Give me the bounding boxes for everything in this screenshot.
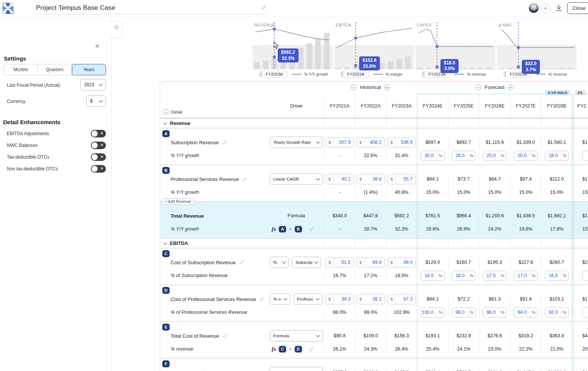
project-title-field[interactable]: Project Tempus Base Case bbox=[36, 2, 266, 14]
cell-input-percent[interactable]: 25.0% bbox=[483, 151, 507, 161]
edit-title-pencil-icon[interactable] bbox=[261, 5, 267, 10]
fx-icon: fx bbox=[272, 346, 276, 352]
driver-select[interactable]: Yearly Growth Rate bbox=[270, 137, 323, 148]
formula-ref-chip-c[interactable]: C bbox=[279, 346, 286, 352]
cell-value: $1,580.1 bbox=[548, 140, 566, 145]
detail-label: Detail bbox=[171, 110, 182, 114]
expand-historical-icon[interactable]: + bbox=[384, 84, 390, 90]
cell-input-percent[interactable]: 96.0% bbox=[483, 307, 507, 318]
driver-select[interactable]: % o bbox=[270, 293, 290, 305]
collapse-detail-icon[interactable]: − bbox=[163, 109, 169, 115]
cell-input-percent[interactable]: 16% bbox=[582, 271, 588, 281]
cell-input-dollar[interactable]: $39.6 bbox=[357, 174, 385, 184]
tab-quarters[interactable]: Quarters bbox=[38, 64, 72, 75]
cell-input-percent[interactable]: 18.0% bbox=[545, 151, 569, 161]
cell-input-dollar[interactable]: $39.2 bbox=[357, 294, 385, 304]
close-icon[interactable]: ✕ bbox=[95, 43, 100, 50]
cell-input-dollar[interactable]: $40.1 bbox=[326, 174, 354, 184]
cell-input-percent[interactable]: 90% bbox=[582, 307, 588, 318]
chevron-down-icon bbox=[316, 297, 320, 301]
cell-value: $761.5 bbox=[425, 213, 440, 218]
edit-row-pencil-icon[interactable] bbox=[222, 140, 227, 145]
cell-input-percent[interactable]: 92.0% bbox=[545, 307, 569, 318]
cell-input-dollar[interactable]: $55.7 bbox=[388, 174, 416, 184]
download-icon[interactable] bbox=[555, 4, 563, 12]
kpi-chart-capex[interactable]: CAPEX$18.03.0%FY2023A% revenue bbox=[415, 22, 495, 80]
formula-ref-chip-d[interactable]: D bbox=[295, 346, 302, 352]
cell-input-percent[interactable]: 20.0% bbox=[514, 151, 538, 161]
currency-select[interactable]: $ bbox=[86, 95, 106, 107]
header-label-cell: −Detail bbox=[160, 94, 269, 118]
tab-years[interactable]: Years bbox=[72, 64, 106, 75]
cell-input-dollar[interactable]: $99.0 bbox=[388, 257, 416, 268]
kpi-chart-nwc[interactable]: Δ NWC$22.03.7%FY2023A% revenue bbox=[497, 22, 577, 80]
percent-suffix: % bbox=[560, 308, 568, 317]
cell-input-dollar[interactable]: $51.5 bbox=[326, 257, 354, 268]
cell-input-percent[interactable]: 18.5% bbox=[421, 271, 445, 281]
driver-select[interactable]: Professi bbox=[294, 293, 322, 305]
collapse-historical-icon[interactable]: − bbox=[351, 84, 356, 90]
settings-gear-tab[interactable] bbox=[110, 21, 122, 38]
user-avatar[interactable] bbox=[529, 3, 539, 13]
fiscal-period-select[interactable]: 2023 bbox=[80, 79, 106, 90]
cell-input-percent[interactable]: 15% bbox=[582, 151, 588, 161]
expand-forecast-icon[interactable]: + bbox=[508, 84, 513, 90]
table-rows: RevenueASubscription Revenue% Y/Y growth… bbox=[160, 118, 588, 371]
close-button[interactable]: Close bbox=[567, 2, 588, 14]
cell-input-percent[interactable]: 98.0% bbox=[452, 307, 476, 318]
formula-ref-chip-a[interactable]: A bbox=[279, 226, 286, 232]
section-header[interactable]: Revenue bbox=[160, 118, 324, 128]
cell-input-dollar[interactable]: $39.3 bbox=[326, 294, 354, 304]
toggle-switch[interactable]: ✕ bbox=[91, 130, 106, 137]
row-badge-e: E bbox=[162, 324, 170, 330]
toggle-switch[interactable]: ✕ bbox=[91, 165, 106, 173]
kpi-chart-revenue[interactable]: REVENUE$592.232.3%FY2023A% Y/Y growth bbox=[253, 22, 333, 80]
value-cell: $103.192.0% bbox=[541, 293, 572, 318]
value-cell: $307.9- bbox=[324, 137, 355, 161]
cell-input-percent[interactable]: 16.5% bbox=[545, 271, 569, 281]
edit-formula-pencil-icon[interactable] bbox=[309, 346, 314, 352]
cell-input-percent[interactable]: 18.0% bbox=[452, 271, 476, 281]
driver-select[interactable]: Formula bbox=[270, 330, 323, 341]
edit-row-pencil-icon[interactable] bbox=[239, 260, 244, 265]
cell-input-dollar[interactable]: $57.3 bbox=[388, 294, 416, 304]
cell-input-percent[interactable]: 100.0% bbox=[421, 307, 445, 318]
enhancement-label: EBITDA Adjustments bbox=[7, 131, 49, 136]
add-revenue-button[interactable]: + Add Revenue bbox=[162, 198, 194, 205]
edit-formula-pencil-icon[interactable] bbox=[309, 226, 314, 232]
percent-suffix: % bbox=[529, 151, 537, 161]
edit-row-pencil-icon[interactable] bbox=[259, 296, 264, 302]
value-cell: $1,692.117.8% bbox=[541, 210, 572, 235]
collapse-forecast-icon[interactable]: − bbox=[476, 84, 481, 90]
cell-input-dollar[interactable]: $307.9 bbox=[326, 137, 354, 148]
driver-select[interactable]: Formula bbox=[270, 367, 323, 371]
value-cell: $435.8 bbox=[386, 367, 417, 371]
toggle-switch[interactable]: ✕ bbox=[91, 142, 106, 149]
edit-row-pencil-icon[interactable] bbox=[222, 333, 228, 338]
cell-input-percent[interactable]: 28.0% bbox=[452, 151, 476, 161]
cell-input-percent[interactable]: 17.0% bbox=[514, 271, 538, 281]
section-header[interactable]: EBITDA bbox=[160, 238, 324, 248]
driver-cell: Formula bbox=[269, 367, 324, 371]
tab-months[interactable]: Months bbox=[4, 64, 38, 75]
empty-cell bbox=[417, 118, 448, 128]
cell-input-dollar[interactable]: $536.5 bbox=[388, 137, 416, 148]
column-header-fy2022a: FY2022A bbox=[355, 94, 386, 118]
driver-select[interactable]: Subscrip bbox=[292, 257, 321, 268]
cell-input-dollar[interactable]: $408.2 bbox=[357, 137, 385, 148]
edit-row-pencil-icon[interactable] bbox=[243, 176, 248, 182]
cell-input-dollar[interactable]: $69.8 bbox=[357, 257, 385, 268]
empty-cell bbox=[479, 118, 510, 128]
invite-plus-button[interactable]: + bbox=[540, 3, 551, 13]
cell-input-percent[interactable]: 30.0% bbox=[421, 151, 445, 161]
formula-ref-chip-b[interactable]: B bbox=[295, 226, 302, 232]
driver-select[interactable]: Linear CAGR bbox=[270, 173, 323, 185]
input-value: 408.2 bbox=[365, 140, 384, 145]
cell-input-percent[interactable]: 17.5% bbox=[483, 271, 507, 281]
driver-select[interactable]: % bbox=[270, 257, 289, 268]
input-value: 15 bbox=[583, 153, 588, 158]
toggle-switch[interactable]: ✕ bbox=[91, 153, 106, 161]
cell-input-percent[interactable]: 94.0% bbox=[514, 307, 538, 318]
empty-cell bbox=[541, 238, 572, 248]
kpi-chart-ebitda[interactable]: EBITDA$152.825.8%FY2023A% margin bbox=[334, 22, 414, 80]
